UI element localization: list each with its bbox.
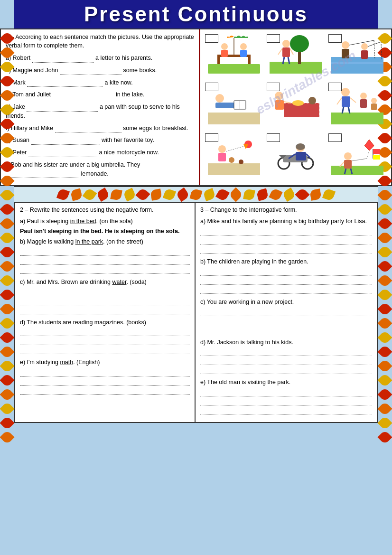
answer-line[interactable] — [200, 237, 372, 245]
answer-box-5[interactable] — [267, 83, 280, 91]
leaf-decoration — [0, 344, 15, 359]
answer-line[interactable] — [20, 266, 190, 274]
answer-line[interactable] — [20, 289, 190, 296]
answer-line[interactable] — [20, 248, 190, 256]
answer-line[interactable] — [20, 257, 190, 265]
strip-leaf — [190, 188, 203, 201]
answer-line[interactable] — [200, 228, 372, 235]
answer-line[interactable] — [200, 367, 372, 374]
answer-line[interactable] — [20, 329, 190, 336]
answer-blank-a[interactable] — [32, 62, 94, 63]
svg-point-24 — [361, 43, 368, 50]
item-suffix-g: with her favorite toy. — [100, 137, 154, 143]
answer-line[interactable] — [200, 357, 372, 365]
strip-leaf — [110, 188, 122, 200]
svg-point-11 — [290, 35, 309, 52]
answer-blank-f[interactable] — [55, 132, 121, 132]
svg-rect-8 — [208, 64, 260, 74]
answer-blank-d[interactable] — [52, 99, 114, 99]
answer-box-2[interactable] — [267, 34, 280, 43]
answer-blank-h[interactable] — [28, 157, 97, 157]
illustration-scene-8 — [266, 132, 326, 181]
answer-line[interactable] — [200, 407, 372, 414]
strip-leaf — [56, 188, 70, 201]
strip-leaf — [96, 188, 110, 202]
answer-line[interactable] — [20, 378, 190, 386]
section2-item-b: b) Maggie is walking in the park. (on th… — [20, 237, 190, 246]
svg-rect-38 — [275, 100, 284, 110]
answer-box-1[interactable] — [205, 34, 218, 43]
svg-point-53 — [239, 160, 243, 164]
leaf-decoration — [0, 216, 15, 231]
answer-line[interactable] — [200, 389, 372, 396]
svg-rect-63 — [296, 152, 306, 160]
strip-leaf — [322, 188, 336, 201]
section3-answer-b — [200, 268, 372, 294]
item-suffix-a: a letter to his parents. — [94, 55, 153, 61]
exercise-item-i: i) Bob and his sister are under a big um… — [6, 160, 194, 179]
leaf-decoration — [0, 31, 15, 46]
leaf-decoration — [377, 401, 392, 416]
answer-box-4[interactable] — [205, 83, 218, 91]
answer-box-6[interactable] — [328, 83, 342, 91]
svg-rect-72 — [344, 160, 352, 169]
answer-box-3[interactable] — [328, 34, 342, 43]
svg-point-54 — [218, 145, 226, 153]
answer-line[interactable] — [20, 347, 190, 354]
svg-rect-51 — [208, 163, 260, 175]
answer-blank-e[interactable] — [27, 111, 98, 112]
leaf-decoration — [377, 330, 392, 345]
answer-line[interactable] — [20, 369, 190, 376]
item-a-label: a) Paul is sleeping in the bed. (on the … — [20, 218, 133, 225]
leaf-decoration — [377, 415, 392, 430]
strip-leaf — [215, 188, 230, 202]
item-label-i: i) Bob and his sister are under a big um… — [6, 161, 140, 168]
leaf-decoration — [0, 287, 15, 302]
answer-line[interactable] — [200, 277, 372, 285]
leaf-decoration — [0, 401, 15, 416]
answer-line[interactable] — [200, 318, 372, 325]
leaf-decoration — [0, 330, 15, 345]
section3-answer-a — [200, 228, 372, 254]
answer-line[interactable] — [200, 398, 372, 405]
section2-item-a: a) Paul is sleeping in the bed. (on the … — [20, 217, 190, 226]
svg-rect-66 — [331, 166, 383, 175]
answer-blank-b[interactable] — [60, 75, 121, 75]
strip-leaf — [228, 187, 243, 202]
svg-point-49 — [371, 98, 377, 103]
answer-line[interactable] — [200, 327, 372, 334]
item-suffix-b: some books. — [121, 67, 157, 74]
section3-instruction: 3 – Change to the interrogative form. — [200, 207, 372, 213]
leaf-decoration — [377, 245, 392, 259]
answer-box-8[interactable] — [267, 133, 280, 142]
answer-line[interactable] — [20, 307, 190, 314]
section3-answer-e — [200, 389, 372, 414]
leaf-decoration — [377, 344, 392, 359]
answer-line[interactable] — [200, 246, 372, 254]
svg-rect-30 — [234, 101, 246, 109]
svg-rect-40 — [331, 113, 383, 124]
item-suffix-d: in the lake. — [114, 91, 144, 98]
answer-box-9[interactable] — [328, 133, 342, 142]
illustration-scene-4 — [204, 82, 264, 131]
leaf-decoration — [0, 245, 15, 259]
answer-blank-i[interactable] — [6, 178, 79, 178]
answer-blank-c[interactable] — [27, 86, 103, 87]
answer-line[interactable] — [200, 309, 372, 316]
strip-leaf — [203, 188, 216, 201]
answer-line[interactable] — [20, 387, 190, 395]
illustration-scene-1 — [204, 33, 264, 80]
answer-box-7[interactable] — [205, 133, 218, 142]
answer-line[interactable] — [200, 348, 372, 356]
svg-point-52 — [229, 157, 234, 163]
section2-item-e: e) I'm studying math. (English) — [20, 358, 190, 367]
answer-line[interactable] — [200, 268, 372, 276]
svg-rect-32 — [208, 113, 260, 124]
item-suffix-c: a kite now. — [103, 79, 133, 86]
answer-blank-g[interactable] — [31, 144, 100, 145]
answer-line[interactable] — [20, 298, 190, 305]
answer-line[interactable] — [20, 338, 190, 345]
leaf-decoration — [377, 230, 392, 245]
exercise-item-f: f) Hillary and Mike some eggs for breakf… — [6, 124, 194, 133]
answer-line[interactable] — [200, 286, 372, 294]
